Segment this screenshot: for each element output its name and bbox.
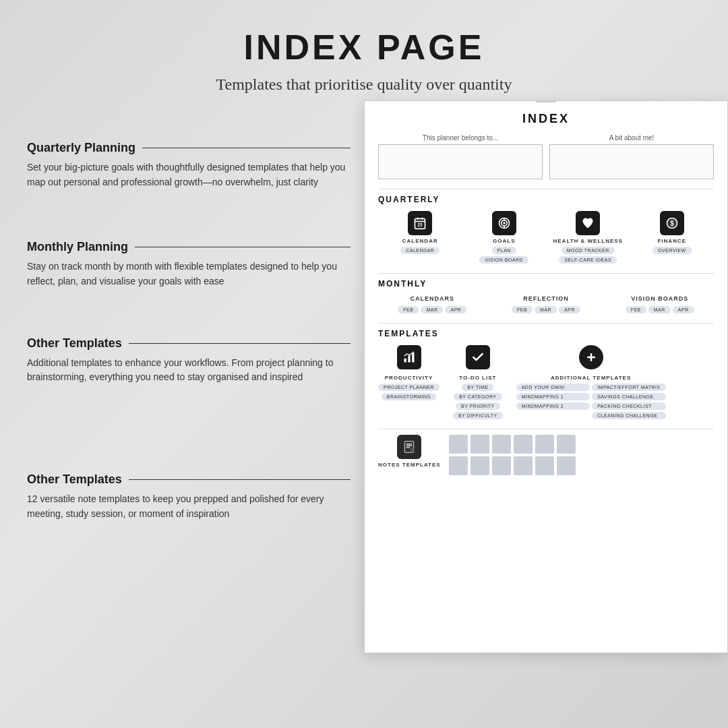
add-tag-6[interactable]: PACKING CHECKLIST [592,402,665,410]
belongs-to-field[interactable] [378,144,543,179]
todo-tag-1[interactable]: BY TIME [462,384,493,391]
todo-tag-2[interactable]: BY CATEGORY [454,393,502,400]
info-row: This planner belongs to... A bit about m… [378,134,714,179]
health-label: HEALTH & WELLNESS [553,238,623,244]
page-subtitle: Templates that prioritise quality over q… [0,75,728,94]
quarterly-heading: Quarterly Planning [27,141,351,155]
reflection-tags: FEB MAR APR [492,306,601,313]
ref-mar[interactable]: MAR [535,306,557,313]
about-label: A bit about me! [549,134,714,142]
finance-tags: OVERVIEW [653,247,692,254]
note-thumb-4[interactable] [514,435,533,454]
add-tag-5[interactable]: MINDMAPPING 2 [516,402,590,410]
vis-feb[interactable]: FEB [626,306,646,313]
monthly-section: Monthly Planning Stay on track month by … [27,240,351,289]
quarterly-card-title: QUARTERLY [378,195,714,204]
reflection-col: REFLECTION FEB MAR APR [492,295,601,313]
quarterly-desc: Set your big-picture goals with thoughtf… [27,160,351,189]
note-thumb-5[interactable] [535,435,554,454]
note-thumb-8[interactable] [471,456,489,475]
additional-tags: ADD YOUR OWN! IMPACT/EFFORT MATRIX MINDM… [516,384,666,419]
divider-4 [378,429,714,429]
ref-feb[interactable]: FEB [512,306,533,313]
add-tag-2[interactable]: IMPACT/EFFORT MATRIX [592,384,665,391]
goals-icon [492,211,516,235]
templates-row: PRODUCTIVITY PROJECT PLANNER BRAINSTORMI… [378,345,714,419]
left-panel: Quarterly Planning Set your big-picture … [0,107,377,728]
ref-apr[interactable]: APR [559,306,580,313]
calendars-tags: FEB MAR APR [378,306,487,313]
finance-icon-group: $ FINANCE OVERVIEW [630,211,715,254]
prod-tag-2[interactable]: BRAINSTORMING [382,393,437,400]
other1-desc: Additional templates to enhance your wor… [27,356,351,385]
note-thumb-7[interactable] [449,456,468,475]
calendar-label: CALENDAR [402,238,438,244]
todo-tags: BY TIME BY CATEGORY BY PRIORITY BY DIFFI… [453,384,503,419]
prod-tag-1[interactable]: PROJECT PLANNER [378,384,439,391]
calendar-tag-1[interactable]: CALENDAR [400,247,439,254]
health-tag-1[interactable]: MOOD TRACKER [562,247,615,254]
add-tag-4[interactable]: SAVINGS CHALLENGE [592,393,665,400]
card-title: INDEX [378,112,714,126]
header: INDEX PAGE Templates that prioritise qua… [0,0,728,107]
vis-mar[interactable]: MAR [648,306,671,313]
svg-rect-19 [411,448,414,453]
goals-tag-2[interactable]: VISION BOARD [479,256,528,264]
notes-icon-group: NOTES TEMPLATES [378,435,441,468]
calendar-icon-group: 25 CALENDAR CALENDAR [378,211,462,254]
vision-col-title: VISION BOARDS [605,295,714,302]
cal-apr[interactable]: APR [445,306,466,313]
finance-tag-1[interactable]: OVERVIEW [653,247,692,254]
goals-tag-1[interactable]: PLAN [492,247,516,254]
templates-card-section: TEMPLATES [378,329,714,419]
divider-3 [378,323,714,324]
finance-icon: $ [660,211,684,235]
productivity-tags: PROJECT PLANNER BRAINSTORMING [378,384,439,400]
add-tag-3[interactable]: MINDMAPPING 1 [516,393,590,400]
health-icon-group: HEALTH & WELLNESS MOOD TRACKER SELF-CARE… [546,211,630,264]
todo-tag-4[interactable]: BY DIFFICULTY [453,412,503,419]
calendar-icon: 25 [408,211,432,235]
note-thumb-10[interactable] [514,456,533,475]
note-thumb-6[interactable] [557,435,576,454]
notes-row: NOTES TEMPLATES [378,435,714,475]
note-thumb-2[interactable] [471,435,489,454]
note-thumb-9[interactable] [492,456,511,475]
cal-feb[interactable]: FEB [398,306,419,313]
todo-icon [466,345,490,369]
additional-icon [579,345,603,369]
svg-rect-13 [408,356,410,363]
note-thumb-3[interactable] [492,435,511,454]
monthly-card-title: MONTHLY [378,279,714,289]
health-tags: MOOD TRACKER SELF-CARE IDEAS [559,247,617,264]
content-area: Quarterly Planning Set your big-picture … [0,107,728,728]
other1-heading: Other Templates [27,336,351,351]
page-container: INDEX PAGE Templates that prioritise qua… [0,0,728,728]
vision-tags: FEB MAR APR [605,306,714,313]
belongs-to-box: This planner belongs to... [378,134,543,179]
cal-mar[interactable]: MAR [421,306,443,313]
about-field[interactable] [549,144,714,179]
health-tag-2[interactable]: SELF-CARE IDEAS [559,256,617,264]
vis-apr[interactable]: APR [673,306,694,313]
svg-text:25: 25 [418,222,423,227]
productivity-col: PRODUCTIVITY PROJECT PLANNER BRAINSTORMI… [378,345,439,400]
add-tag-7[interactable]: CLEANING CHALLENGE [592,412,665,419]
note-thumb-11[interactable] [535,456,554,475]
todo-tag-3[interactable]: BY PRIORITY [456,402,500,410]
notes-card-section: NOTES TEMPLATES [378,435,714,475]
calendars-col-title: CALENDARS [378,295,487,302]
card-tab [536,100,556,102]
productivity-label: PRODUCTIVITY [385,375,433,381]
note-thumb-12[interactable] [557,456,576,475]
other-section-2: Other Templates 12 versatile note templa… [27,473,351,521]
other-section-1: Other Templates Additional templates to … [27,336,351,385]
divider-2 [378,273,714,274]
divider-1 [378,189,714,189]
quarterly-icons: 25 CALENDAR CALENDAR [378,211,714,264]
notes-grid [449,435,576,475]
note-thumb-1[interactable] [449,435,468,454]
add-tag-1[interactable]: ADD YOUR OWN! [516,384,590,391]
health-icon [576,211,600,235]
vision-col: VISION BOARDS FEB MAR APR [605,295,714,313]
